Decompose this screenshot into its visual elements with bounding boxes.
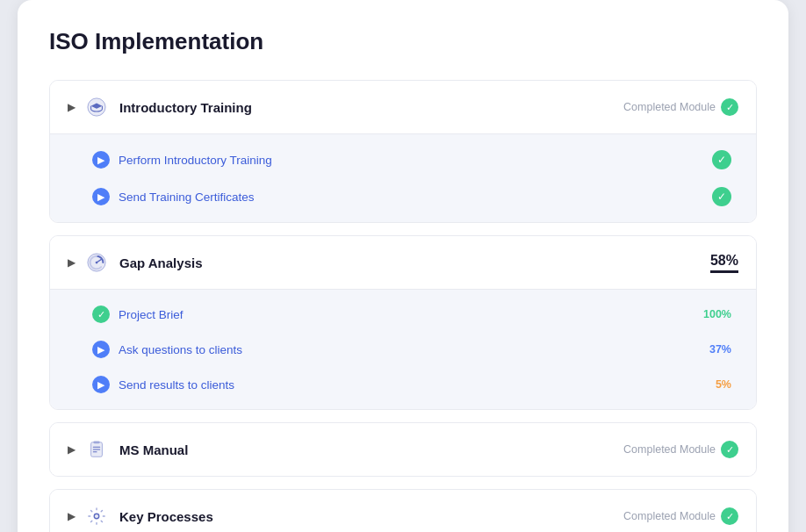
task-percent: 100% [703, 308, 731, 320]
task-percent: 37% [709, 343, 731, 356]
module-ms-manual: ▶ MS Manual Completed Module ✓ [49, 422, 757, 477]
completed-label-ms-manual: Completed Module [623, 443, 716, 456]
chevron-icon: ▶ [68, 256, 76, 269]
svg-rect-5 [93, 441, 99, 443]
task-row[interactable]: ▶ Ask questions to clients 37% [50, 332, 756, 367]
module-header-introductory[interactable]: ▶ Introductory Training Completed Module… [50, 81, 756, 133]
module-gap-analysis: ▶ Gap Analysis 58% ✓ Project Brief [49, 235, 757, 410]
module-title-gap: Gap Analysis [119, 255, 710, 270]
completed-icon-key-processes: ✓ [721, 507, 738, 525]
completed-icon-introductory: ✓ [721, 98, 738, 116]
task-label: Perform Introductory Training [119, 154, 712, 167]
task-row[interactable]: ▶ Perform Introductory Training ✓ [50, 141, 756, 178]
main-card: ISO Implementation ▶ Introductory Traini… [18, 0, 788, 532]
task-label: Send results to clients [119, 378, 716, 392]
module-body-introductory: ▶ Perform Introductory Training ✓ ▶ Send… [50, 133, 756, 222]
page-title: ISO Implementation [49, 28, 757, 55]
completed-label-introductory: Completed Module [623, 101, 716, 113]
chevron-icon: ▶ [68, 101, 76, 113]
chevron-icon: ▶ [68, 510, 76, 522]
module-key-processes: ▶ Key Processes Completed Module ✓ [49, 489, 757, 532]
clipboard-icon [84, 437, 109, 462]
module-status-key-processes: Completed Module ✓ [623, 507, 738, 525]
module-introductory-training: ▶ Introductory Training Completed Module… [49, 80, 757, 223]
module-header-ms-manual[interactable]: ▶ MS Manual Completed Module ✓ [50, 423, 756, 476]
task-label: Ask questions to clients [119, 343, 709, 356]
task-row[interactable]: ▶ Send results to clients 5% [50, 367, 756, 402]
module-header-gap[interactable]: ▶ Gap Analysis 58% [50, 236, 756, 289]
task-row[interactable]: ✓ Project Brief 100% [50, 297, 756, 332]
graduation-icon [84, 95, 109, 119]
chevron-icon: ▶ [68, 443, 76, 456]
task-complete-icon: ✓ [712, 150, 731, 169]
completed-label-key-processes: Completed Module [623, 510, 716, 522]
task-icon-play: ▶ [92, 188, 110, 205]
completed-icon-ms-manual: ✓ [721, 441, 738, 458]
underline-bar [710, 270, 738, 273]
task-icon-play: ▶ [92, 376, 110, 393]
module-status-ms-manual: Completed Module ✓ [623, 441, 738, 458]
svg-point-3 [96, 262, 98, 264]
task-icon-play: ▶ [92, 151, 110, 169]
chart-icon [84, 250, 109, 275]
svg-point-9 [94, 514, 99, 519]
module-header-key-processes[interactable]: ▶ Key Processes Completed Module ✓ [50, 490, 756, 532]
task-complete-icon: ✓ [712, 187, 731, 206]
module-title-introductory: Introductory Training [119, 100, 623, 115]
module-title-ms-manual: MS Manual [119, 442, 623, 457]
task-label: Send Training Certificates [119, 191, 712, 204]
percent-wrap-gap: 58% [710, 253, 738, 273]
gear-icon [84, 504, 109, 528]
task-label: Project Brief [119, 308, 703, 321]
module-title-key-processes: Key Processes [119, 509, 623, 524]
task-icon-play: ▶ [92, 341, 110, 358]
task-icon-check: ✓ [92, 306, 110, 323]
task-percent: 5% [716, 378, 731, 391]
percent-badge-gap: 58% [710, 253, 738, 269]
module-status-introductory: Completed Module ✓ [623, 98, 738, 116]
module-body-gap: ✓ Project Brief 100% ▶ Ask questions to … [50, 289, 756, 409]
task-row[interactable]: ▶ Send Training Certificates ✓ [50, 178, 756, 215]
